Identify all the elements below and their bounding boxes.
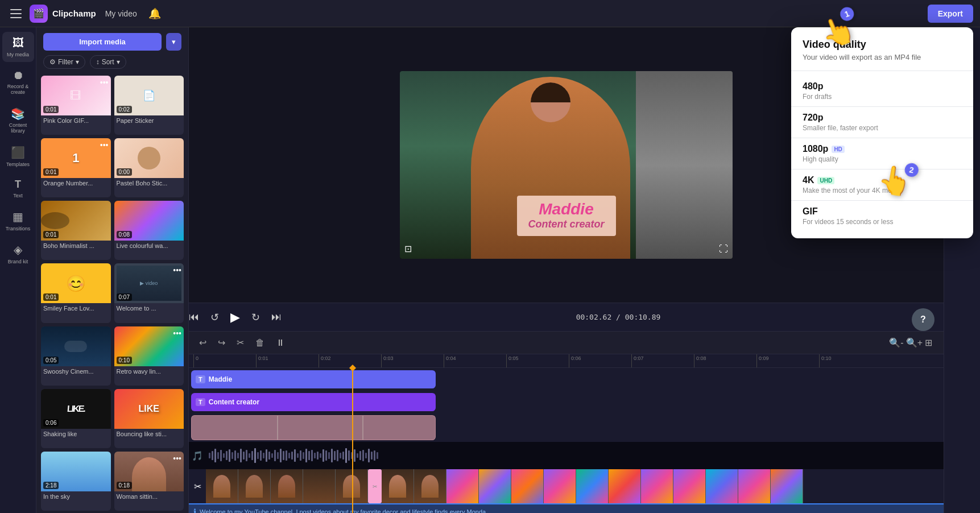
list-item[interactable]: 0:00 Pastel Boho Stic... — [114, 138, 184, 197]
svg-rect-46 — [340, 453, 341, 458]
subtitle-row: ℹ Welcome to my YouTube channel. I post … — [189, 503, 944, 513]
media-label: Boho Minimalist ... — [41, 241, 111, 250]
redo-button[interactable]: ↪ — [214, 335, 229, 350]
media-more-icon[interactable]: ••• — [100, 140, 109, 150]
skip-back-button[interactable]: ⏮ — [189, 311, 199, 323]
quality-option-4k[interactable]: 4K UHD Make the most of your 4K media — [791, 169, 973, 200]
svg-rect-9 — [234, 450, 236, 461]
list-item[interactable]: LIKE. 0:06 Shaking like — [41, 389, 111, 448]
hamburger-menu[interactable] — [7, 5, 25, 23]
fullscreen-icon[interactable]: ⛶ — [719, 244, 728, 254]
timeline-video-clip[interactable] — [191, 415, 436, 440]
track-row: T Content creator — [189, 391, 944, 413]
sidebar-item-brand[interactable]: ◈ Brand kit — [2, 238, 34, 269]
filter-button[interactable]: ⚙ Filter ▾ — [43, 55, 85, 69]
track-row — [189, 413, 944, 442]
notification-icon[interactable]: 🔔 — [148, 7, 161, 20]
cut-icon[interactable]: ✂ — [189, 469, 206, 503]
list-item[interactable]: ▶ video 0:07 Welcome to ... ••• — [114, 263, 184, 322]
zoom-out-button[interactable]: 🔍- — [889, 337, 903, 348]
rewind-button[interactable]: ↺ — [210, 311, 219, 324]
svg-rect-27 — [286, 450, 287, 461]
svg-rect-20 — [266, 449, 267, 462]
skip-forward-button[interactable]: ⏭ — [271, 311, 282, 323]
project-name[interactable]: My video — [105, 9, 137, 18]
sort-button[interactable]: ↕ Sort ▾ — [90, 55, 126, 69]
svg-rect-23 — [274, 450, 276, 461]
delete-button[interactable]: 🗑 — [252, 336, 268, 350]
quality-desc: For drafts — [803, 93, 962, 101]
media-label: Welcome to ... — [114, 303, 184, 313]
svg-rect-33 — [303, 452, 304, 459]
sidebar-item-label: My media — [7, 52, 29, 57]
media-more-icon[interactable]: ••• — [173, 454, 181, 463]
quality-option-gif[interactable]: GIF For videos 15 seconds or less — [791, 201, 973, 231]
quality-option-720p[interactable]: 720p Smaller file, faster export — [791, 107, 973, 138]
cut-button[interactable]: ✂ — [233, 335, 247, 350]
list-item[interactable]: 2:18 In the sky — [41, 452, 111, 511]
media-duration: 0:01 — [43, 106, 59, 113]
help-button[interactable]: ? — [912, 308, 934, 331]
list-item[interactable]: LIKE Bouncing like sti... — [114, 389, 184, 448]
list-item[interactable]: 1 0:01 Orange Number... ••• — [41, 138, 111, 197]
ruler-mark: 0 — [193, 354, 256, 367]
import-media-button[interactable]: Import media — [43, 33, 162, 51]
timeline-clip[interactable]: T Maddie — [191, 370, 436, 388]
svg-rect-17 — [257, 452, 259, 459]
sidebar-item-templates[interactable]: ⬛ Templates — [2, 141, 34, 172]
svg-rect-59 — [377, 452, 378, 459]
list-item[interactable]: 📄 0:02 Paper Sticker — [114, 76, 184, 135]
svg-rect-32 — [300, 450, 301, 461]
svg-rect-48 — [345, 448, 347, 463]
forward-button[interactable]: ↻ — [251, 311, 260, 324]
media-more-icon[interactable]: ••• — [173, 329, 181, 338]
list-item[interactable]: 😊 0:01 Smiley Face Lov... — [41, 263, 111, 322]
sidebar-item-record-create[interactable]: ⏺ Record & create — [2, 64, 34, 100]
ruler-mark: 0:07 — [631, 354, 694, 367]
play-button[interactable]: ▶ — [230, 310, 240, 325]
svg-rect-44 — [334, 451, 336, 460]
list-item[interactable]: 0:01 Boho Minimalist ... — [41, 201, 111, 260]
brand-icon: ◈ — [14, 243, 22, 256]
import-media-dropdown[interactable]: ▾ — [166, 33, 181, 51]
svg-rect-28 — [288, 453, 290, 458]
list-item[interactable]: 0:08 Live colourful wa... — [114, 201, 184, 260]
list-item[interactable]: 0:10 Retro wavy lin... ••• — [114, 326, 184, 386]
svg-rect-54 — [362, 450, 364, 461]
sidebar-item-transitions[interactable]: ▦ Transitions — [2, 205, 34, 236]
timeline-clip[interactable]: T Content creator — [191, 393, 436, 411]
undo-button[interactable]: ↩ — [196, 335, 210, 350]
quality-option-480p[interactable]: 480p For drafts — [791, 76, 973, 106]
media-filter-row: ⚙ Filter ▾ ↕ Sort ▾ — [36, 55, 188, 73]
sidebar-item-text[interactable]: T Text — [2, 174, 34, 203]
text-icon: T — [15, 179, 21, 191]
media-duration: 0:10 — [117, 357, 132, 364]
ruler-mark: 0:10 — [819, 354, 882, 367]
sidebar-item-content-library[interactable]: 📚 Content library — [2, 102, 34, 139]
svg-rect-45 — [337, 450, 338, 461]
media-duration: 2:18 — [43, 482, 59, 489]
ruler-mark: 0:03 — [381, 354, 444, 367]
timeline-toolbar: ↩ ↪ ✂ 🗑 ⏸ 🔍- 🔍+ ⊞ — [189, 332, 944, 354]
crop-icon[interactable]: ⊡ — [404, 243, 412, 254]
svg-rect-35 — [308, 451, 310, 460]
svg-rect-26 — [283, 451, 284, 460]
list-item[interactable]: 🎞 0:01 Pink Color GIF... ••• — [41, 76, 111, 135]
svg-rect-18 — [260, 450, 262, 461]
zoom-fit-button[interactable]: ⊞ — [925, 337, 932, 348]
quality-option-1080p[interactable]: 1080p HD High quality — [791, 138, 973, 169]
dropdown-subtitle: Your video will export as an MP4 file — [791, 53, 973, 71]
sidebar-item-my-media[interactable]: 🖼 My media — [2, 32, 34, 62]
split-button[interactable]: ⏸ — [272, 336, 288, 350]
sidebar-item-label: Transitions — [6, 226, 31, 231]
media-duration: 0:02 — [117, 106, 132, 113]
icon-sidebar: 🖼 My media ⏺ Record & create 📚 Content l… — [0, 27, 36, 513]
svg-rect-0 — [209, 453, 210, 458]
media-more-icon[interactable]: ••• — [173, 266, 181, 275]
list-item[interactable]: 0:05 Swooshy Cinem... — [41, 326, 111, 386]
zoom-in-button[interactable]: 🔍+ — [906, 337, 923, 348]
media-label: Retro wavy lin... — [114, 366, 184, 376]
export-button[interactable]: Export — [928, 5, 973, 23]
list-item[interactable]: 0:18 Woman sittin... ••• — [114, 452, 184, 511]
media-more-icon[interactable]: ••• — [100, 78, 109, 87]
